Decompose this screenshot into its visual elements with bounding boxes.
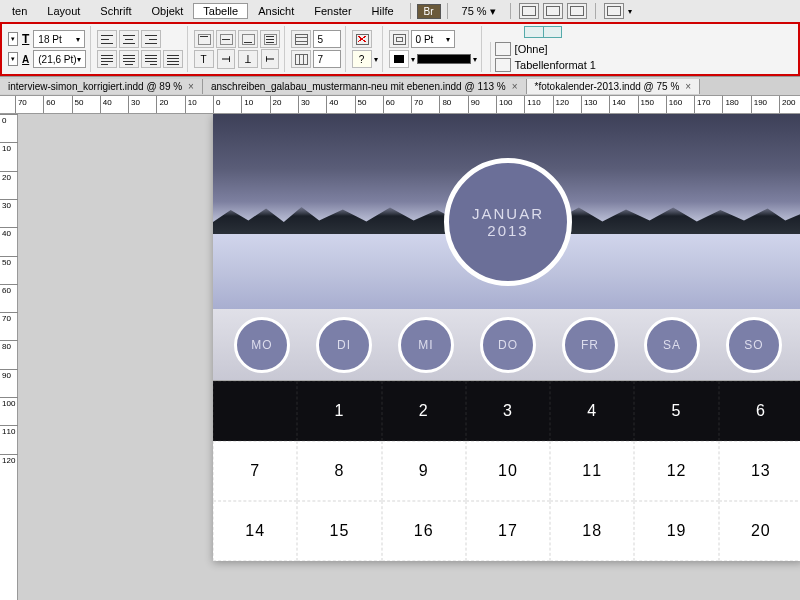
weekday-mo: MO xyxy=(234,317,290,373)
svg-rect-44 xyxy=(393,34,405,44)
cell-valign-top-icon[interactable] xyxy=(194,30,214,48)
calendar-row-2: 7 8 9 10 11 12 13 xyxy=(213,441,800,501)
document-tabs: interview-simon_korrigiert.indd @ 89 %× … xyxy=(0,76,800,96)
cal-cell: 12 xyxy=(634,441,718,501)
cal-cell: 19 xyxy=(634,501,718,561)
menu-item-fenster[interactable]: Fenster xyxy=(304,3,361,19)
merge-help-group: ? ▾ xyxy=(348,26,383,72)
menu-item-objekt[interactable]: Objekt xyxy=(142,3,194,19)
view-mode-1-icon[interactable] xyxy=(519,3,539,19)
rows-cols-group: 5 7 xyxy=(287,26,346,72)
view-mode-2-icon[interactable] xyxy=(543,3,563,19)
weekday-do: DO xyxy=(480,317,536,373)
inset-stroke-group: 0 Pt▾ ▾ ▾ xyxy=(385,26,482,72)
close-icon[interactable]: × xyxy=(188,81,194,92)
cal-cell: 5 xyxy=(634,381,718,441)
arrange-button[interactable] xyxy=(604,3,624,19)
cal-cell: 9 xyxy=(382,441,466,501)
text-rotate-270-icon[interactable]: T xyxy=(261,49,279,69)
weekday-sa: SA xyxy=(644,317,700,373)
tf1-style-icon[interactable] xyxy=(495,58,511,72)
cols-field[interactable]: 7 xyxy=(313,50,341,68)
style-none-label[interactable]: [Ohne] xyxy=(515,43,548,55)
align-right-icon[interactable] xyxy=(141,30,161,48)
none-style-icon[interactable] xyxy=(495,42,511,56)
text-rotate-90-icon[interactable]: T xyxy=(217,49,235,69)
month-badge: JANUAR 2013 xyxy=(444,158,572,286)
tab-fotokalender[interactable]: *fotokalender-2013.indd @ 75 %× xyxy=(527,79,701,94)
align-left-icon[interactable] xyxy=(97,30,117,48)
close-icon[interactable]: × xyxy=(685,81,691,92)
weekday-di: DI xyxy=(316,317,372,373)
cal-cell: 15 xyxy=(297,501,381,561)
hero-photo: JANUAR 2013 xyxy=(213,114,800,309)
text-rotate-0-icon[interactable]: T xyxy=(194,50,214,68)
cell-align-group: T T T T xyxy=(190,26,285,72)
cal-cell: 13 xyxy=(719,441,800,501)
cal-cell: 3 xyxy=(466,381,550,441)
tab-interview[interactable]: interview-simon_korrigiert.indd @ 89 %× xyxy=(0,79,203,94)
close-icon[interactable]: × xyxy=(512,81,518,92)
help-arrow-icon[interactable]: ▾ xyxy=(374,55,378,64)
fill-swatch-icon[interactable] xyxy=(389,50,409,68)
zoom-display[interactable]: 75 % ▾ xyxy=(454,5,504,18)
svg-rect-38 xyxy=(295,54,307,64)
cal-cell: 8 xyxy=(297,441,381,501)
svg-rect-46 xyxy=(394,55,404,63)
cell-valign-justify-icon[interactable] xyxy=(260,30,280,48)
justify-right-icon[interactable] xyxy=(141,50,161,68)
inset-field[interactable]: 0 Pt▾ xyxy=(411,30,455,48)
menu-item-layout[interactable]: Layout xyxy=(37,3,90,19)
bridge-button[interactable]: Br xyxy=(417,4,441,19)
cal-cell: 1 xyxy=(297,381,381,441)
leading-icon: A xyxy=(20,54,31,65)
char-dropdown-icon[interactable]: ▾ xyxy=(8,32,18,46)
justify-center-icon[interactable] xyxy=(119,50,139,68)
para-dropdown-icon[interactable]: ▾ xyxy=(8,52,18,66)
year-label: 2013 xyxy=(487,222,528,239)
menu-item-hilfe[interactable]: Hilfe xyxy=(362,3,404,19)
cal-cell: 16 xyxy=(382,501,466,561)
swatch-arrow-icon[interactable]: ▾ xyxy=(411,55,415,64)
align-center-icon[interactable] xyxy=(119,30,139,48)
dropdown-arrow-icon[interactable]: ▾ xyxy=(626,7,634,16)
page: JANUAR 2013 MO DI MI DO FR SA SO 1 2 3 xyxy=(213,114,800,561)
tab-anschreiben[interactable]: anschreiben_galabau_mustermann-neu mit e… xyxy=(203,79,527,94)
style-tf1-label[interactable]: Tabellenformat 1 xyxy=(515,59,596,71)
svg-rect-45 xyxy=(396,37,402,41)
menu-item-tabelle[interactable]: Tabelle xyxy=(193,3,248,19)
cell-valign-middle-icon[interactable] xyxy=(216,30,236,48)
stroke-arrow-icon[interactable]: ▾ xyxy=(473,55,477,64)
calendar-row-3: 14 15 16 17 18 19 20 xyxy=(213,501,800,561)
justify-left-icon[interactable] xyxy=(97,50,117,68)
control-panel: ▾ T 18 Pt▾ ▾ A (21,6 Pt)▾ xyxy=(0,22,800,76)
merge-cells-icon[interactable] xyxy=(352,30,372,48)
stroke-preview[interactable] xyxy=(417,54,471,64)
horizontal-ruler[interactable]: 0102030405060708090100110120130140150160… xyxy=(0,96,800,114)
table-style-preview: [Ohne] Tabellenformat 1 xyxy=(484,26,602,72)
calendar-grid: 1 2 3 4 5 6 7 8 9 10 11 12 13 14 xyxy=(213,381,800,561)
help-icon[interactable]: ? xyxy=(352,50,372,68)
cal-cell: 6 xyxy=(719,381,800,441)
workspace: 0102030405060708090100110120 JANUAR 2013… xyxy=(0,114,800,600)
cell-valign-bottom-icon[interactable] xyxy=(238,30,258,48)
menu-item-ten[interactable]: ten xyxy=(2,3,37,19)
leading-field[interactable]: (21,6 Pt)▾ xyxy=(33,50,85,68)
text-rotate-180-icon[interactable]: T xyxy=(238,50,258,68)
vertical-ruler[interactable]: 0102030405060708090100110120 xyxy=(0,114,18,600)
weekday-strip: MO DI MI DO FR SA SO xyxy=(213,309,800,381)
cal-cell: 18 xyxy=(550,501,634,561)
menu-item-ansicht[interactable]: Ansicht xyxy=(248,3,304,19)
font-size-field[interactable]: 18 Pt▾ xyxy=(33,30,85,48)
table-spread-icon[interactable] xyxy=(524,26,562,38)
justify-all-icon[interactable] xyxy=(163,50,183,68)
rows-field[interactable]: 5 xyxy=(313,30,341,48)
canvas[interactable]: JANUAR 2013 MO DI MI DO FR SA SO 1 2 3 xyxy=(18,114,800,600)
cols-icon xyxy=(291,50,311,68)
cal-cell: 7 xyxy=(213,441,297,501)
weekday-fr: FR xyxy=(562,317,618,373)
cal-cell: 14 xyxy=(213,501,297,561)
view-mode-3-icon[interactable] xyxy=(567,3,587,19)
weekday-mi: MI xyxy=(398,317,454,373)
menu-item-schrift[interactable]: Schrift xyxy=(90,3,141,19)
